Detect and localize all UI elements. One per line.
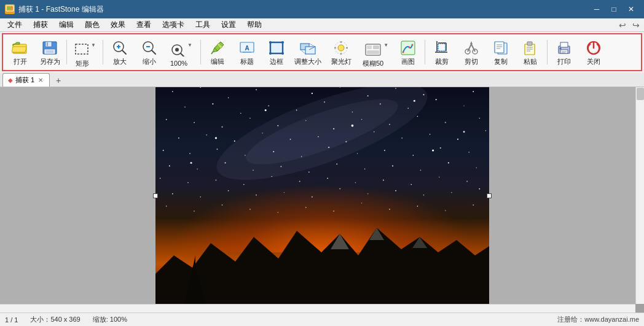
svg-point-153 [413, 99, 415, 101]
svg-rect-53 [438, 44, 446, 51]
maximize-button[interactable]: □ [606, 3, 622, 15]
menu-file[interactable]: 文件 [2, 19, 27, 31]
crop-button[interactable]: 裁剪 [427, 36, 457, 69]
border-icon [268, 39, 285, 56]
svg-rect-33 [305, 47, 315, 54]
svg-point-30 [269, 52, 272, 55]
sep4 [425, 40, 425, 64]
open-button[interactable]: 打开 [6, 36, 35, 69]
undo-button[interactable]: ↩ [617, 20, 628, 30]
svg-point-112 [479, 117, 479, 118]
cut-icon [463, 39, 480, 56]
menu-tabs[interactable]: 选项卡 [157, 19, 189, 31]
svg-text:A: A [245, 45, 249, 52]
sep1 [66, 40, 67, 64]
svg-point-90 [184, 106, 186, 107]
menu-effects[interactable]: 效果 [106, 19, 130, 31]
svg-rect-45 [373, 45, 379, 49]
cut-label: 剪切 [465, 58, 478, 65]
tab-add-button[interactable]: + [52, 74, 65, 87]
tab-bar: ◆ 捕获 1 ✕ + [0, 72, 644, 87]
print-button[interactable]: 打印 [549, 36, 579, 69]
draw-button[interactable]: 画图 [393, 36, 423, 69]
tab-icon: ◆ [8, 77, 13, 83]
paste-label: 粘贴 [524, 58, 537, 65]
border-label: 边框 [270, 58, 283, 65]
resize-icon [299, 39, 316, 56]
tab-close-button[interactable]: ✕ [37, 77, 44, 83]
paste-button[interactable]: 粘贴 [516, 36, 545, 69]
handle-mr[interactable] [487, 193, 492, 198]
menu-settings[interactable]: 设置 [216, 19, 241, 31]
saveas-button[interactable]: 另存为 [35, 36, 65, 69]
svg-point-104 [249, 117, 250, 118]
svg-point-89 [473, 91, 474, 92]
svg-marker-60 [470, 41, 473, 44]
edit-icon [209, 39, 226, 56]
tab-capture1[interactable]: ◆ 捕获 1 ✕ [2, 73, 50, 87]
print-label: 打印 [557, 58, 571, 65]
menu-bar: 文件 捕获 编辑 颜色 效果 查看 选项卡 工具 设置 帮助 ↩ ↪ [0, 18, 644, 32]
tab-label: 捕获 1 [15, 76, 34, 85]
title-bar: 捕获 1 - FastStone 编辑器 ─ □ ✕ [0, 0, 644, 18]
blur-icon [364, 41, 382, 58]
menu-help[interactable]: 帮助 [242, 19, 267, 31]
svg-rect-10 [76, 44, 88, 54]
svg-point-80 [227, 97, 228, 98]
svg-point-137 [168, 165, 170, 166]
canvas-area [0, 87, 644, 304]
svg-point-81 [256, 89, 257, 90]
svg-point-151 [264, 109, 266, 111]
rect-button[interactable]: 矩形 ▼ [69, 36, 101, 69]
minimize-button[interactable]: ─ [589, 3, 605, 15]
border-button[interactable]: 边框 [262, 36, 291, 69]
zoomout-button[interactable]: 缩小 [135, 36, 164, 69]
svg-rect-72 [560, 42, 568, 47]
horizontal-scrollbar[interactable] [0, 304, 635, 312]
edit-button[interactable]: 编辑 [203, 36, 232, 69]
svg-rect-6 [45, 42, 52, 47]
blur-button[interactable]: 模糊50 ▼ [358, 36, 393, 69]
close-window-button[interactable]: ✕ [623, 3, 639, 15]
zoom100-icon [170, 41, 187, 58]
zoomin-icon [111, 39, 128, 56]
svg-point-147 [447, 162, 449, 163]
menu-view[interactable]: 查看 [132, 19, 156, 31]
menu-capture[interactable]: 捕获 [28, 19, 53, 31]
vertical-scrollbar[interactable] [635, 87, 644, 304]
sep5 [547, 40, 548, 64]
zoomout-label: 缩小 [143, 58, 156, 65]
svg-point-99 [435, 99, 436, 100]
page-info: 1 / 1 [5, 316, 18, 324]
svg-rect-67 [527, 42, 532, 45]
svg-line-14 [122, 50, 126, 54]
rect-label: 矩形 [76, 60, 89, 67]
cut-button[interactable]: 剪切 [457, 36, 486, 69]
zoom100-label: 100% [170, 60, 187, 67]
spotlight-button[interactable]: 聚光灯 [324, 36, 358, 69]
draw-icon [399, 39, 417, 56]
zoomin-label: 放大 [113, 58, 127, 65]
crop-label: 裁剪 [435, 58, 449, 65]
rect-icon [74, 41, 91, 58]
sep2 [103, 40, 103, 64]
zoomin-button[interactable]: 放大 [105, 36, 135, 69]
svg-point-156 [190, 161, 192, 163]
redo-button[interactable]: ↪ [630, 20, 642, 30]
resize-label: 调整大小 [294, 58, 321, 65]
blur-label: 模糊50 [363, 60, 383, 67]
resize-button[interactable]: 调整大小 [291, 36, 324, 69]
menu-edit[interactable]: 编辑 [54, 19, 79, 31]
close-button[interactable]: 关闭 [579, 36, 608, 69]
zoom100-button[interactable]: 100% ▼ [164, 36, 198, 69]
print-icon [556, 39, 573, 56]
svg-point-134 [412, 155, 414, 156]
menu-tools[interactable]: 工具 [190, 19, 215, 31]
svg-point-155 [463, 131, 465, 133]
handle-ml[interactable] [153, 193, 158, 198]
menu-color[interactable]: 颜色 [80, 19, 104, 31]
copy-button[interactable]: 复制 [486, 36, 516, 69]
svg-point-125 [162, 150, 163, 151]
svg-point-19 [175, 48, 179, 52]
title-button[interactable]: A 标题 [232, 36, 262, 69]
